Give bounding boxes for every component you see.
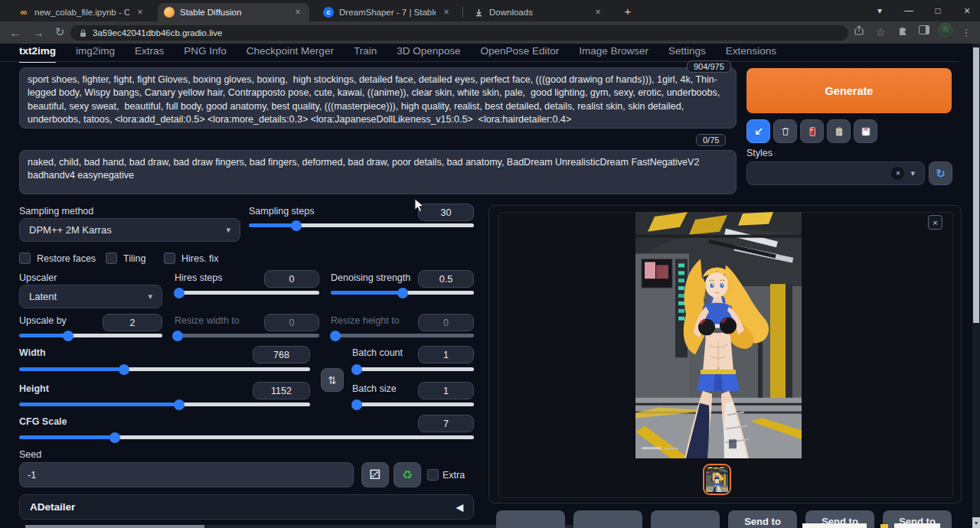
close-image-button[interactable]: × [928, 215, 942, 230]
save-style-button[interactable] [854, 119, 877, 143]
denoising-strength-value[interactable] [418, 270, 474, 288]
hires-steps-slider[interactable] [175, 291, 319, 295]
generated-image[interactable] [635, 212, 802, 458]
sampling-steps-value[interactable] [418, 204, 474, 221]
sampling-method-dropdown[interactable]: DPM++ 2M Karras ▾ [19, 218, 240, 242]
tab-checkpoint-merger[interactable]: Checkpoint Merger [247, 45, 334, 63]
cfg-scale-slider[interactable] [19, 435, 474, 439]
gradio-icon [164, 7, 175, 18]
clipped-text-fragment [894, 523, 940, 528]
save-button[interactable] [573, 510, 642, 528]
random-seed-button[interactable]: ⚂ [361, 462, 389, 487]
sampling-steps-label: Sampling steps [249, 206, 314, 217]
sampling-method-value: DPM++ 2M Karras [29, 224, 112, 236]
share-icon[interactable] [853, 24, 865, 37]
width-label: Width [19, 347, 46, 358]
tab-train[interactable]: Train [354, 45, 377, 63]
tab-image-browser[interactable]: Image Browser [579, 45, 648, 63]
window-minimize-button[interactable]: — [897, 0, 920, 21]
tab-png-info[interactable]: PNG Info [184, 45, 227, 63]
send-to-img2img-button[interactable]: Send to [728, 510, 797, 528]
side-panel-icon[interactable] [919, 25, 929, 34]
extensions-puzzle-icon[interactable] [897, 25, 908, 36]
tab-img2img[interactable]: img2img [76, 45, 115, 63]
restore-faces-checkbox[interactable] [19, 253, 31, 264]
width-slider[interactable] [19, 367, 310, 371]
tab-close-icon[interactable]: × [135, 7, 145, 18]
forward-icon[interactable]: → [29, 23, 47, 41]
chevron-down-icon: ▾ [148, 292, 152, 301]
bookmark-star-icon[interactable]: ☆ [871, 23, 890, 41]
batch-size-label: Batch size [352, 383, 397, 394]
paste-params-button[interactable] [746, 119, 770, 143]
tab-extensions[interactable]: Extensions [726, 45, 776, 63]
tab-search-chevron-icon[interactable]: ▾ [868, 0, 891, 21]
swap-dimensions-button[interactable]: ⇅ [321, 368, 344, 392]
hires-steps-value[interactable] [264, 270, 319, 288]
height-slider[interactable] [19, 403, 310, 406]
open-folder-button[interactable] [496, 510, 565, 528]
profile-avatar[interactable] [939, 23, 952, 37]
reuse-seed-button[interactable]: ♻ [394, 462, 421, 487]
kebab-menu-icon[interactable]: ⋮ [957, 23, 975, 41]
upscale-by-slider[interactable] [19, 334, 162, 337]
address-bar[interactable]: 3a59ec42041dbb46cb.gradio.live [70, 25, 848, 41]
prompt-input[interactable]: sport shoes, fighter, fight, fight Glove… [19, 67, 737, 129]
negative-prompt-input[interactable]: naked, child, bad hand, bad draw, bad dr… [19, 150, 737, 194]
hires-fix-checkbox[interactable] [164, 253, 175, 264]
height-value[interactable] [253, 382, 310, 399]
clear-prompt-button[interactable] [773, 119, 797, 143]
upscale-by-value[interactable] [103, 314, 162, 331]
scrollbar-thumb[interactable] [973, 47, 979, 323]
gallery-thumbnail[interactable] [703, 464, 731, 495]
extra-networks-button[interactable] [800, 119, 824, 143]
tab-close-icon[interactable]: × [593, 7, 603, 18]
browser-tab-dreamshaper[interactable]: c DreamShaper - 7 | Stable Diffusio × [317, 3, 458, 21]
extra-seed-checkbox[interactable] [427, 469, 439, 481]
cfg-scale-label: CFG Scale [19, 416, 67, 427]
new-tab-button[interactable]: + [617, 0, 639, 21]
seed-input[interactable] [19, 462, 354, 487]
adetailer-accordion[interactable]: ADetailer ◀ [19, 494, 474, 520]
batch-size-value[interactable] [418, 382, 474, 399]
tab-close-icon[interactable]: × [441, 7, 452, 18]
window-maximize-button[interactable]: □ [926, 0, 949, 21]
back-icon[interactable]: ← [6, 23, 24, 41]
save-zip-button[interactable] [651, 510, 720, 528]
tab-txt2img[interactable]: txt2img [19, 45, 56, 63]
width-value[interactable] [253, 346, 310, 363]
resize-height-slider[interactable] [331, 334, 474, 337]
tab-openpose-editor[interactable]: OpenPose Editor [480, 45, 559, 63]
prompt-field-wrap: sport shoes, fighter, fight, fight Glove… [19, 67, 737, 129]
window-close-button[interactable]: × [956, 0, 978, 21]
resize-width-slider[interactable] [175, 334, 319, 337]
browser-tab-colab[interactable]: ∞ new_colab_file.ipynb - Colaborati × [12, 3, 152, 21]
upscaler-label: Upscaler [19, 272, 57, 283]
resize-height-value[interactable] [418, 314, 474, 331]
sampling-steps-slider[interactable] [249, 223, 474, 227]
styles-refresh-button[interactable]: ↻ [929, 161, 952, 185]
tiling-checkbox[interactable] [106, 253, 117, 264]
denoising-strength-slider[interactable] [331, 291, 474, 295]
apply-style-button[interactable] [827, 119, 851, 143]
arrow-down-left-icon [753, 126, 764, 137]
batch-count-value[interactable] [418, 346, 474, 363]
reload-icon[interactable]: ↻ [51, 23, 69, 41]
styles-clear-icon[interactable]: × [891, 167, 904, 180]
screen: ∞ new_colab_file.ipynb - Colaborati × St… [0, 0, 980, 528]
styles-dropdown[interactable]: × ▾ [746, 161, 925, 185]
browser-tab-downloads[interactable]: Downloads × [467, 3, 609, 21]
resize-height-label: Resize height to [331, 315, 400, 326]
generate-button[interactable]: Generate [746, 68, 952, 113]
batch-size-slider[interactable] [352, 403, 474, 406]
clipped-text-fragment [880, 524, 888, 528]
tab-close-icon[interactable]: × [292, 7, 303, 18]
batch-count-slider[interactable] [352, 367, 474, 371]
tab-3d-openpose[interactable]: 3D Openpose [397, 45, 460, 63]
scrollbar-down-arrow[interactable]: ▾ [972, 517, 980, 528]
cfg-scale-value[interactable] [418, 415, 474, 432]
tab-extras[interactable]: Extras [135, 45, 164, 63]
upscaler-dropdown[interactable]: Latent ▾ [19, 285, 162, 308]
browser-tab-stable-diffusion[interactable]: Stable Diffusion × [158, 3, 309, 21]
resize-width-value[interactable] [264, 314, 319, 331]
